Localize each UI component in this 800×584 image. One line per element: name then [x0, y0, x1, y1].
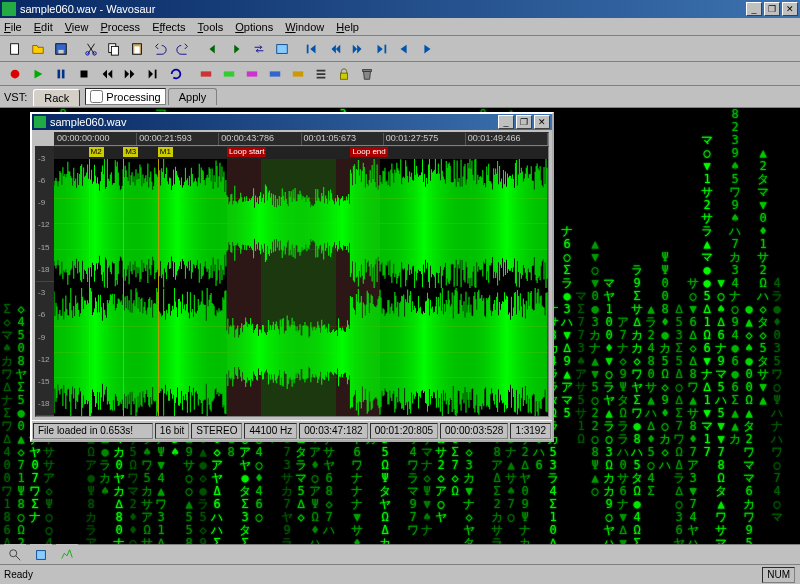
- status-zoom: 1:3192: [510, 423, 551, 439]
- loop-button[interactable]: [165, 63, 187, 85]
- proc-c-button[interactable]: [241, 63, 263, 85]
- proc-e-button[interactable]: [287, 63, 309, 85]
- marker-m1[interactable]: M1: [158, 147, 173, 157]
- close-button[interactable]: ✕: [782, 2, 798, 16]
- marker-m2[interactable]: M2: [89, 147, 104, 157]
- child-statusbar: File loaded in 0.653s! 16 bit STEREO 441…: [32, 420, 552, 440]
- svg-rect-1025: [37, 550, 46, 559]
- analyze-icon-button[interactable]: [56, 544, 78, 566]
- svg-rect-10: [307, 44, 309, 53]
- stop-button[interactable]: [73, 63, 95, 85]
- config-button[interactable]: [271, 38, 293, 60]
- time-tick: 00:00:00:000: [55, 133, 137, 145]
- copy-button[interactable]: [103, 38, 125, 60]
- lock-button[interactable]: [333, 63, 355, 85]
- child-minimize-button[interactable]: _: [498, 115, 514, 129]
- vst-tabbar: VST: Rack Processing Apply: [0, 86, 800, 108]
- svg-rect-8: [134, 46, 139, 53]
- child-icon: [34, 116, 46, 128]
- child-title: sample060.wav: [50, 116, 498, 128]
- marker-first-button[interactable]: [301, 38, 323, 60]
- main-statusbar: Ready NUM: [0, 564, 800, 584]
- save-button[interactable]: [50, 38, 72, 60]
- proc-d-button[interactable]: [264, 63, 286, 85]
- status-time1: 00:03:47:182: [299, 423, 367, 439]
- record-button[interactable]: [4, 63, 26, 85]
- wave-area[interactable]: [54, 147, 548, 416]
- loop-start-marker[interactable]: Loop start: [227, 147, 267, 157]
- menu-window[interactable]: Window: [285, 21, 324, 33]
- svg-rect-2: [58, 49, 63, 53]
- skip-prev-button[interactable]: [393, 38, 415, 60]
- marker-next-button[interactable]: [347, 38, 369, 60]
- time-ruler[interactable]: 00:00:00:000 00:00:21:593 00:00:43:786 0…: [54, 132, 549, 146]
- tab-rack[interactable]: Rack: [33, 89, 80, 106]
- status-ready: Ready: [4, 569, 33, 580]
- app-titlebar: sample060.wav - Wavosaur _ ❐ ✕: [0, 0, 800, 18]
- svg-point-3: [86, 51, 90, 55]
- menu-process[interactable]: Process: [100, 21, 140, 33]
- status-rate: 44100 Hz: [244, 423, 297, 439]
- time-tick: 00:01:05:673: [302, 133, 384, 145]
- goto-end-button[interactable]: [142, 63, 164, 85]
- child-maximize-button[interactable]: ❐: [516, 115, 532, 129]
- child-titlebar[interactable]: sample060.wav _ ❐ ✕: [32, 114, 552, 130]
- minimize-button[interactable]: _: [746, 2, 762, 16]
- play-button[interactable]: [27, 63, 49, 85]
- nav-fwd-button[interactable]: [225, 38, 247, 60]
- pause-button[interactable]: [50, 63, 72, 85]
- marker-last-button[interactable]: [370, 38, 392, 60]
- status-time3: 00:00:03:528: [440, 423, 508, 439]
- waveform-window: sample060.wav _ ❐ ✕ 00:00:00:000 00:00:2…: [30, 112, 554, 442]
- status-channels: STEREO: [191, 423, 242, 439]
- tab-apply[interactable]: Apply: [168, 88, 218, 105]
- svg-rect-14: [62, 69, 65, 78]
- marker-strip[interactable]: M2 M3 M1 Loop start Loop end: [54, 147, 548, 159]
- menu-file[interactable]: File: [4, 21, 22, 33]
- cut-button[interactable]: [80, 38, 102, 60]
- menu-view[interactable]: View: [65, 21, 89, 33]
- app-icon: [2, 2, 16, 16]
- menu-effects[interactable]: Effects: [152, 21, 185, 33]
- processing-checkbox[interactable]: Processing: [85, 88, 165, 105]
- rewind-button[interactable]: [96, 63, 118, 85]
- svg-rect-0: [11, 43, 19, 54]
- svg-rect-22: [341, 73, 348, 79]
- toolbar-transport: [0, 62, 800, 86]
- nav-back-button[interactable]: [202, 38, 224, 60]
- waveform-view[interactable]: -3-6-9-12-15-18 -3-6-9-12-15-18 M2 M3 M1…: [35, 146, 549, 417]
- db-scale: -3-6-9-12-15-18 -3-6-9-12-15-18: [36, 147, 54, 416]
- loop-end-marker[interactable]: Loop end: [350, 147, 387, 157]
- fastfwd-button[interactable]: [119, 63, 141, 85]
- restore-button[interactable]: ❐: [764, 2, 780, 16]
- proc-b-button[interactable]: [218, 63, 240, 85]
- menu-edit[interactable]: Edit: [34, 21, 53, 33]
- menu-help[interactable]: Help: [336, 21, 359, 33]
- svg-rect-15: [81, 70, 88, 77]
- menu-options[interactable]: Options: [235, 21, 273, 33]
- marker-prev-button[interactable]: [324, 38, 346, 60]
- mdi-workspace: Σ ◇ マ ♠ カ ワ ∆ ナ Σ ワ ∆ 4 0 0 ワ 1 8 6 Δ ∆ …: [0, 108, 800, 544]
- menu-tools[interactable]: Tools: [198, 21, 224, 33]
- svg-rect-18: [224, 71, 235, 76]
- proc-a-button[interactable]: [195, 63, 217, 85]
- redo-button[interactable]: [172, 38, 194, 60]
- new-button[interactable]: [4, 38, 26, 60]
- trash-button[interactable]: [356, 63, 378, 85]
- channel-right: [54, 288, 548, 417]
- processing-label: Processing: [106, 91, 160, 103]
- svg-rect-9: [277, 44, 288, 53]
- open-button[interactable]: [27, 38, 49, 60]
- marker-m3[interactable]: M3: [123, 147, 138, 157]
- svg-point-12: [11, 69, 20, 78]
- status-bits: 16 bit: [155, 423, 189, 439]
- search-icon-button[interactable]: [4, 544, 26, 566]
- undo-button[interactable]: [149, 38, 171, 60]
- info-icon-button[interactable]: [30, 544, 52, 566]
- time-tick: 00:01:49:466: [466, 133, 548, 145]
- repeat-nav-button[interactable]: [248, 38, 270, 60]
- paste-button[interactable]: [126, 38, 148, 60]
- list-button[interactable]: [310, 63, 332, 85]
- skip-next-button[interactable]: [416, 38, 438, 60]
- child-close-button[interactable]: ✕: [534, 115, 550, 129]
